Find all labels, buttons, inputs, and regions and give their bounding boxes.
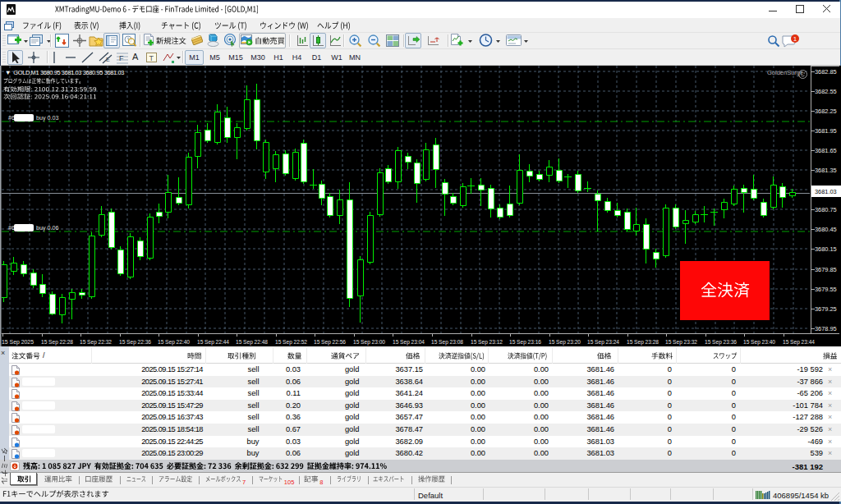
svg-text:3679.85: 3679.85 bbox=[815, 266, 837, 273]
svg-text:15 Sep 23:32: 15 Sep 23:32 bbox=[665, 338, 697, 346]
svg-text:15 Sep 2025: 15 Sep 2025 bbox=[2, 338, 34, 346]
svg-text:15 Sep 22:40: 15 Sep 22:40 bbox=[158, 338, 190, 346]
svg-text:3681.95: 3681.95 bbox=[815, 127, 837, 135]
svg-text:3680.75: 3680.75 bbox=[815, 206, 837, 213]
svg-text:3681.35: 3681.35 bbox=[815, 167, 837, 174]
svg-text:3680.15: 3680.15 bbox=[815, 245, 837, 253]
svg-text:15 Sep 23:36: 15 Sep 23:36 bbox=[705, 338, 737, 346]
svg-text:T: T bbox=[149, 54, 154, 62]
svg-text:15 Sep 23:08: 15 Sep 23:08 bbox=[431, 338, 463, 346]
svg-text:3682.55: 3682.55 bbox=[815, 88, 837, 95]
svg-text:3682.85: 3682.85 bbox=[815, 68, 837, 76]
svg-text:15 Sep 23:12: 15 Sep 23:12 bbox=[471, 338, 503, 346]
svg-text:E: E bbox=[106, 57, 110, 62]
svg-text:15 Sep 23:20: 15 Sep 23:20 bbox=[549, 338, 581, 346]
svg-text:15 Sep 22:56: 15 Sep 22:56 bbox=[314, 338, 346, 346]
svg-text:3678.95: 3678.95 bbox=[815, 325, 837, 332]
svg-text:3682.25: 3682.25 bbox=[815, 108, 837, 115]
svg-text:15 Sep 23:28: 15 Sep 23:28 bbox=[627, 338, 659, 346]
svg-text:15 Sep 23:24: 15 Sep 23:24 bbox=[587, 338, 619, 346]
svg-text:15 Sep 22:36: 15 Sep 22:36 bbox=[119, 338, 151, 346]
svg-text:3679.55: 3679.55 bbox=[815, 286, 837, 293]
svg-text:15 Sep 23:04: 15 Sep 23:04 bbox=[393, 338, 425, 346]
svg-text:15 Sep 23:00: 15 Sep 23:00 bbox=[353, 338, 385, 346]
svg-text:3680.45: 3680.45 bbox=[815, 226, 837, 233]
svg-text:15 Sep 22:44: 15 Sep 22:44 bbox=[197, 338, 229, 346]
svg-text:15 Sep 22:48: 15 Sep 22:48 bbox=[236, 338, 268, 346]
svg-text:15 Sep 22:28: 15 Sep 22:28 bbox=[41, 338, 73, 346]
svg-text:3681.03: 3681.03 bbox=[815, 188, 837, 195]
svg-text:F: F bbox=[119, 54, 124, 62]
svg-text:1: 1 bbox=[793, 35, 797, 43]
svg-text:15 Sep 22:52: 15 Sep 22:52 bbox=[275, 338, 307, 346]
svg-text:15 Sep 22:32: 15 Sep 22:32 bbox=[80, 338, 112, 346]
svg-text:3679.25: 3679.25 bbox=[815, 305, 837, 313]
svg-text:3681.65: 3681.65 bbox=[815, 147, 837, 154]
svg-text:15 Sep 23:16: 15 Sep 23:16 bbox=[509, 338, 541, 346]
svg-text:15 Sep 23:44: 15 Sep 23:44 bbox=[783, 338, 815, 346]
svg-text:15 Sep 23:40: 15 Sep 23:40 bbox=[743, 338, 775, 346]
